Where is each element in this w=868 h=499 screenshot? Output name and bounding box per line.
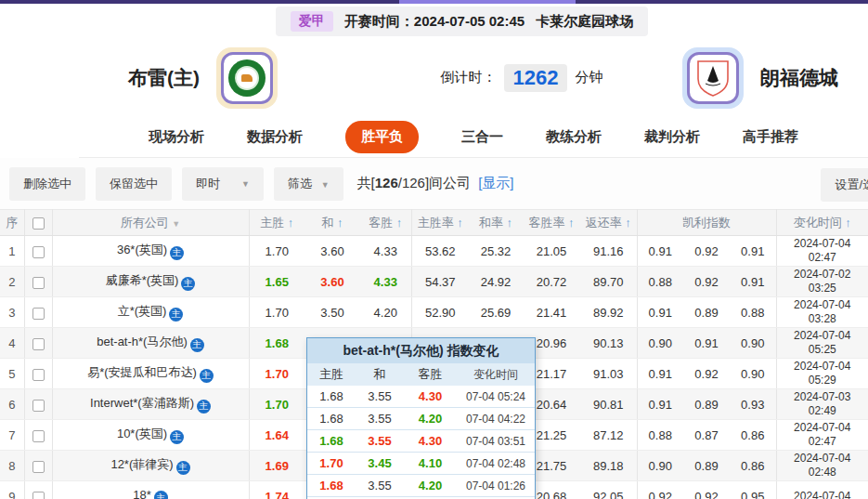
row-checkbox[interactable] bbox=[32, 246, 45, 258]
sort-up-icon: ↑ bbox=[568, 216, 575, 230]
main-company-icon: 主 bbox=[181, 277, 195, 291]
return-rate: 89.70 bbox=[580, 267, 637, 297]
company-name[interactable]: 10*(英国) bbox=[117, 427, 167, 440]
away-odds: 4.33 bbox=[360, 267, 411, 297]
header-return-rate[interactable]: 返还率 ↑ bbox=[580, 210, 637, 236]
header-home-odds[interactable]: 主胜 ↑ bbox=[249, 210, 304, 236]
row-checkbox[interactable] bbox=[32, 400, 45, 412]
row-seq: 2 bbox=[0, 267, 24, 297]
popup-draw-odds: 3.55 bbox=[356, 434, 404, 448]
countdown: 倒计时： 1262 分钟 bbox=[441, 64, 603, 92]
company-name[interactable]: 威廉希*(英国) bbox=[106, 273, 179, 287]
home-team-logo bbox=[216, 47, 278, 109]
row-checkbox[interactable] bbox=[32, 369, 45, 381]
kelly-3: 0.93 bbox=[730, 389, 776, 420]
change-clock: 05:29 bbox=[777, 374, 868, 387]
keep-selected-button[interactable]: 保留选中 bbox=[96, 167, 172, 201]
kelly-2: 0.92 bbox=[683, 267, 730, 297]
company-name[interactable]: 立*(英国) bbox=[118, 304, 167, 318]
countdown-unit: 分钟 bbox=[575, 69, 602, 86]
header-company[interactable]: 所有公司 ▼ bbox=[52, 210, 249, 236]
header-kelly: 凯利指数 bbox=[637, 210, 776, 236]
return-rate: 91.16 bbox=[580, 236, 637, 267]
popup-history-row: 1.683.554.3007-04 03:51 bbox=[307, 430, 535, 453]
company-cell: 36*(英国)主 bbox=[52, 236, 249, 267]
company-name[interactable]: Interwet*(塞浦路斯) bbox=[90, 396, 194, 410]
filter-dropdown[interactable]: 筛选 ▼ bbox=[274, 167, 343, 201]
settings-button[interactable]: 设置/选 bbox=[821, 168, 868, 202]
popup-history-row: 1.703.454.1007-04 02:48 bbox=[307, 453, 535, 475]
header-change-time[interactable]: 变化时间 ↑ bbox=[776, 210, 868, 236]
tab-1[interactable]: 现场分析 bbox=[149, 128, 204, 146]
tab-6[interactable]: 裁判分析 bbox=[644, 128, 700, 146]
row-checkbox-cell bbox=[24, 267, 52, 297]
row-checkbox[interactable] bbox=[32, 308, 45, 320]
change-time: 2024-07-0402:47 bbox=[776, 236, 868, 267]
row-checkbox[interactable] bbox=[32, 277, 45, 289]
top-progress-segment bbox=[399, 0, 576, 4]
row-checkbox[interactable] bbox=[32, 338, 45, 350]
row-checkbox-cell bbox=[24, 297, 52, 328]
tab-2[interactable]: 数据分析 bbox=[247, 128, 303, 146]
delete-selected-button[interactable]: 删除选中 bbox=[9, 167, 85, 201]
main-company-icon: 主 bbox=[170, 246, 184, 260]
sort-up-icon: ↑ bbox=[625, 216, 631, 230]
popup-history-row: 1.683.554.2007-04 04:22 bbox=[307, 408, 535, 430]
header-draw-odds[interactable]: 和 ↑ bbox=[304, 210, 360, 236]
change-time: 2024-07-0203:25 bbox=[776, 267, 868, 297]
table-row: 136*(英国)主1.703.604.3353.6225.3221.0591.1… bbox=[0, 236, 868, 267]
away-rate: 21.41 bbox=[523, 297, 580, 328]
live-odds-dropdown[interactable]: 即时 ▼ bbox=[182, 167, 264, 201]
change-clock: 03:25 bbox=[777, 282, 868, 295]
company-count-text: 共[126/126]间公司 bbox=[357, 175, 472, 192]
table-row: 3立*(英国)主1.703.504.2052.9025.6921.4189.92… bbox=[0, 297, 868, 328]
row-checkbox[interactable] bbox=[32, 430, 45, 442]
chevron-down-icon: ▼ bbox=[241, 179, 250, 189]
kelly-1: 0.91 bbox=[637, 297, 683, 328]
away-rate: 21.05 bbox=[523, 236, 580, 267]
return-rate: 89.92 bbox=[580, 297, 637, 328]
change-date: 2024-07-04 bbox=[777, 329, 868, 343]
change-clock: 02:47 bbox=[777, 435, 868, 449]
popup-history-row: 1.683.554.2007-04 01:26 bbox=[307, 475, 535, 497]
tab-3[interactable]: 胜平负 bbox=[345, 121, 419, 153]
tab-7[interactable]: 高手推荐 bbox=[743, 128, 798, 146]
change-time: 2024-07-0405:25 bbox=[776, 328, 868, 359]
header-draw-rate[interactable]: 和率 ↑ bbox=[469, 210, 523, 236]
company-name[interactable]: 12*(菲律宾) bbox=[110, 457, 173, 471]
company-name[interactable]: 18* bbox=[133, 488, 151, 499]
company-cell: 易*(安提瓜和巴布达)主 bbox=[52, 359, 249, 389]
row-checkbox[interactable] bbox=[32, 492, 45, 499]
company-name[interactable]: bet-at-h*(马尔他) bbox=[97, 335, 188, 348]
row-seq: 6 bbox=[0, 389, 24, 420]
draw-rate: 24.92 bbox=[469, 267, 523, 297]
header-away-odds[interactable]: 客胜 ↑ bbox=[360, 210, 411, 236]
company-name[interactable]: 36*(英国) bbox=[117, 243, 167, 256]
kelly-2: 0.92 bbox=[683, 359, 730, 389]
popup-draw-odds: 3.55 bbox=[356, 412, 404, 426]
row-seq: 7 bbox=[0, 420, 24, 451]
show-link[interactable]: [显示] bbox=[478, 175, 513, 192]
kelly-1: 0.90 bbox=[637, 328, 683, 359]
draw-rate: 25.32 bbox=[469, 236, 523, 267]
popup-title: bet-at-h*(马尔他) 指数变化 bbox=[307, 338, 535, 363]
header-home-rate[interactable]: 主胜率 ↑ bbox=[411, 210, 469, 236]
company-name[interactable]: 易*(安提瓜和巴布达) bbox=[87, 365, 197, 379]
row-checkbox-cell bbox=[24, 236, 52, 267]
row-checkbox[interactable] bbox=[32, 461, 45, 473]
main-company-icon: 主 bbox=[176, 461, 190, 475]
header-away-rate[interactable]: 客胜率 ↑ bbox=[523, 210, 580, 236]
sort-up-icon: ↑ bbox=[396, 216, 403, 230]
popup-draw-odds: 3.55 bbox=[356, 479, 404, 492]
company-cell: Interwet*(塞浦路斯)主 bbox=[52, 389, 249, 420]
draw-odds: 3.60 bbox=[304, 236, 360, 267]
return-rate: 87.12 bbox=[580, 420, 637, 451]
select-all-checkbox-cell bbox=[24, 210, 52, 236]
row-seq: 3 bbox=[0, 297, 24, 328]
countdown-value: 1262 bbox=[504, 64, 568, 92]
tab-4[interactable]: 三合一 bbox=[461, 128, 503, 146]
select-all-checkbox[interactable] bbox=[32, 217, 45, 230]
change-clock: 05:25 bbox=[777, 343, 868, 357]
tab-5[interactable]: 教练分析 bbox=[546, 128, 602, 146]
away-team-group: 朗福德城 bbox=[682, 47, 838, 109]
